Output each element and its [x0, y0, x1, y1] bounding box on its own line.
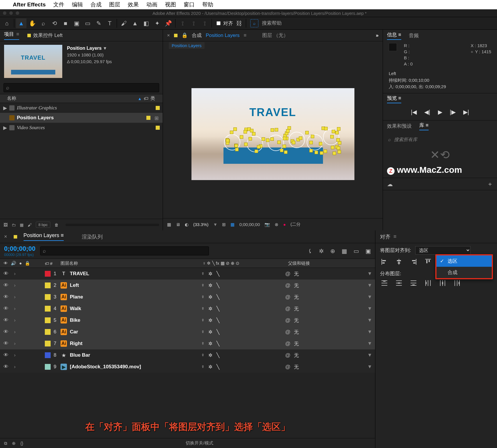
layer-name[interactable]: Car — [70, 329, 78, 335]
selection-handle[interactable] — [248, 137, 252, 141]
menu-view[interactable]: 视图 — [165, 1, 176, 8]
pickwhip-icon[interactable]: @ — [285, 306, 290, 312]
visibility-icon[interactable]: 👁 — [3, 282, 9, 288]
snapshot-icon[interactable]: 📷 — [265, 222, 270, 227]
layer-tab[interactable]: 图层 （无） — [262, 32, 288, 39]
lib-search[interactable]: ⌕ 搜索所有库 — [387, 135, 493, 145]
parent-dropdown[interactable]: 无 — [294, 364, 299, 370]
label-color[interactable] — [45, 306, 51, 312]
selection-handle[interactable] — [309, 141, 313, 144]
toggle-2-icon[interactable]: ⊕ — [12, 441, 16, 446]
search-help-input[interactable] — [261, 20, 308, 26]
brush-tool[interactable]: 🖌 — [119, 18, 129, 28]
selection-tool[interactable]: ▲ — [16, 18, 26, 28]
parent-dropdown[interactable]: 无 — [294, 271, 299, 277]
selection-handle[interactable] — [262, 137, 265, 141]
label-color[interactable] — [45, 329, 51, 335]
label-color[interactable] — [45, 282, 51, 288]
roto-tool[interactable]: ✦ — [152, 18, 162, 28]
twirl-icon[interactable]: › — [14, 271, 16, 277]
visibility-icon[interactable]: 👁 — [3, 352, 9, 358]
selection-handle[interactable] — [324, 150, 327, 153]
label-color[interactable] — [45, 364, 51, 370]
sort-arrow-icon[interactable]: ▲ — [138, 96, 142, 101]
twirl-icon[interactable]: ▶ — [3, 125, 7, 131]
parent-dropdown[interactable]: 无 — [294, 294, 299, 301]
tab-preview[interactable]: 预览 ≡ — [387, 95, 401, 103]
twirl-icon[interactable]: ▶ — [3, 105, 7, 111]
color-depth-icon[interactable]: 🖌 — [28, 223, 32, 227]
selection-handle[interactable] — [315, 151, 318, 154]
close-button[interactable] — [3, 11, 6, 15]
visibility-icon[interactable]: 👁 — [3, 364, 9, 370]
interpret-icon[interactable]: 🖼 — [3, 223, 8, 227]
pickwhip-icon[interactable]: @ — [285, 282, 290, 289]
timeline-layer-row[interactable]: 👁›7AiRight♀✲╲ @无▼ — [0, 338, 375, 349]
selection-handle[interactable] — [292, 141, 295, 144]
safe-zones-icon[interactable]: ⊞ — [222, 222, 226, 227]
more-tabs-icon[interactable]: » — [376, 33, 379, 38]
selection-handle[interactable] — [299, 136, 302, 140]
selection-handle[interactable] — [331, 146, 334, 149]
dropdown-option-selection[interactable]: ✓选区 — [436, 255, 492, 267]
toggle-1-icon[interactable]: ⧉ — [4, 441, 7, 446]
selection-handle[interactable] — [284, 150, 287, 154]
parent-dropdown[interactable]: 无 — [294, 317, 299, 324]
selection-handle[interactable] — [335, 131, 339, 134]
visibility-icon[interactable]: 👁 — [3, 329, 9, 335]
selection-handle[interactable] — [271, 128, 274, 132]
layer-name[interactable]: Bike — [70, 317, 80, 323]
label-color[interactable] — [45, 294, 51, 300]
dropdown-option-composition[interactable]: 合成 — [436, 267, 492, 278]
distribute-top-icon[interactable] — [380, 279, 389, 287]
toggle-switches-modes[interactable]: 切换开关/模式 — [28, 440, 371, 446]
first-frame-icon[interactable]: |◀ — [411, 109, 417, 115]
selection-handle[interactable] — [275, 128, 278, 131]
timecode[interactable]: 0;00;00;00 — [239, 222, 260, 227]
label-swatch-icon[interactable] — [156, 106, 160, 110]
comp-tab-name[interactable]: Position Layers — [206, 33, 239, 38]
render-queue-tab[interactable]: 渲染队列 — [82, 233, 103, 240]
timeline-layer-row[interactable]: 👁›1TTRAVEL♀✲╲ @无▼ — [0, 268, 375, 280]
resolution-dropdown[interactable]: (二分 — [290, 222, 301, 227]
selection-handle[interactable] — [311, 135, 314, 138]
current-timecode[interactable]: 0;00;00;00 — [4, 245, 36, 253]
twirl-icon[interactable]: › — [14, 317, 16, 323]
menu-effect[interactable]: 效果 — [128, 1, 139, 8]
tab-project[interactable]: 项目≡ — [4, 31, 19, 40]
timeline-search[interactable]: ⌕ — [40, 246, 209, 255]
twirl-icon[interactable]: › — [14, 341, 16, 346]
snap-checkbox[interactable]: 对齐 — [215, 20, 233, 27]
align-left-icon[interactable] — [380, 257, 389, 266]
frame-blend-icon[interactable]: ▦ — [342, 248, 347, 255]
align-to-select[interactable]: 选区 — [415, 246, 471, 255]
align-right-icon[interactable] — [409, 257, 418, 266]
project-column-header[interactable]: 名称 ▲ 🏷 类 — [0, 94, 163, 103]
axis-tool-3[interactable]: ⟟ — [199, 18, 210, 28]
twirl-icon[interactable]: › — [14, 282, 16, 288]
label-swatch-icon[interactable] — [156, 126, 160, 130]
comp-breadcrumb[interactable]: Position Layers — [169, 42, 205, 49]
tab-align[interactable]: 对齐 — [380, 233, 390, 240]
selection-handle[interactable] — [283, 145, 286, 148]
3d-icon[interactable]: ▭ — [354, 248, 359, 255]
tab-effect-controls[interactable]: 效果控件 Left — [27, 32, 63, 39]
label-color[interactable] — [45, 317, 51, 323]
menu-window[interactable]: 窗口 — [184, 1, 195, 8]
channel-icon[interactable]: ⊗ — [275, 222, 278, 227]
selection-handle[interactable] — [230, 131, 233, 134]
mask-icon[interactable]: ◐ — [185, 222, 189, 227]
zoom-tool[interactable]: ⌕ — [38, 18, 49, 28]
selection-handle[interactable] — [235, 148, 239, 151]
tab-effects-presets[interactable]: 效果和预设 — [387, 123, 412, 129]
lock-icon[interactable]: 🔒 — [182, 32, 188, 38]
pickwhip-icon[interactable]: @ — [285, 341, 290, 347]
axis-tool-1[interactable]: ⟟ — [177, 18, 188, 28]
clone-tool[interactable]: ▲ — [130, 18, 140, 28]
align-top-icon[interactable] — [424, 257, 432, 266]
snap-options-icon[interactable]: ⛓ — [234, 18, 244, 28]
pickwhip-icon[interactable]: @ — [285, 329, 290, 335]
app-name[interactable]: After Effects — [13, 1, 46, 8]
distribute-hcenter-icon[interactable] — [438, 279, 447, 287]
cloud-icon[interactable]: ☁ — [387, 181, 393, 188]
